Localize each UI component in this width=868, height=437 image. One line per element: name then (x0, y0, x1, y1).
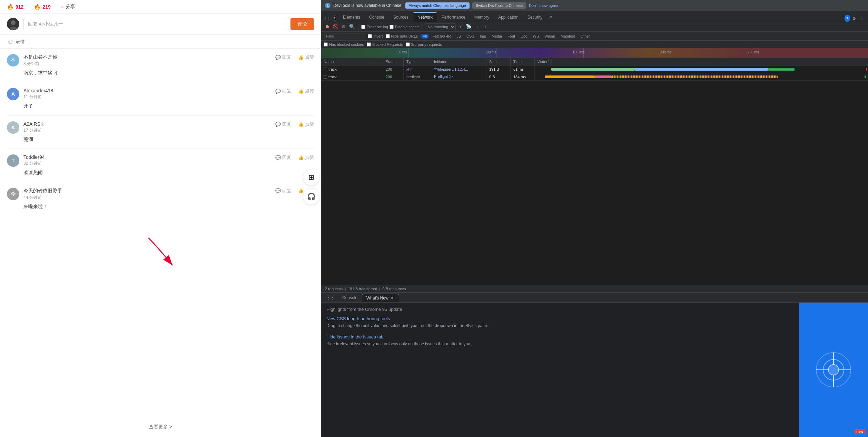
share-item[interactable]: ○ 分享 (61, 4, 75, 10)
tab-memory[interactable]: Memory (470, 13, 493, 22)
blocked-requests-label[interactable]: Blocked Requests (367, 42, 403, 47)
submit-comment-button[interactable]: 评论 (290, 18, 314, 30)
cell-size-2: 0 B (486, 73, 511, 80)
tab-console[interactable]: Console (365, 13, 388, 22)
more-options-button[interactable]: ⋮ (858, 15, 865, 22)
tab-application[interactable]: Application (494, 13, 523, 22)
col-header-initiator[interactable]: Initiator (431, 58, 486, 65)
tab-elements[interactable]: Elements (339, 13, 364, 22)
search-button[interactable]: 🔍 (348, 23, 355, 30)
comment-text-2: 开了 (23, 102, 53, 110)
devtools-tabs: ⬚ 📱 Elements Console Sources Network Per… (321, 11, 868, 22)
reply-btn-5[interactable]: 💬 回复 (275, 188, 291, 194)
cell-name-1: track (321, 65, 383, 73)
reply-btn-1[interactable]: 💬 回复 (275, 54, 291, 60)
filter-wasm[interactable]: Wasm (542, 34, 557, 39)
invert-label[interactable]: Invert (368, 34, 383, 38)
load-more-button[interactable]: 查看更多 > (0, 417, 321, 437)
separator-1 (358, 24, 358, 30)
feature-title-1[interactable]: New CSS length authoring tools (326, 316, 793, 321)
dont-show-again-button[interactable]: Don't show again (529, 3, 558, 8)
network-conditions-icon[interactable]: 📡 (465, 23, 472, 30)
col-header-size[interactable]: Size (486, 58, 511, 65)
filter-js[interactable]: JS (454, 34, 463, 39)
device-mode-button[interactable]: 📱 (331, 15, 338, 22)
comment-actions-3: 💬 回复 👍 点赞 (275, 121, 314, 128)
like-btn-4[interactable]: 👍 点赞 (298, 154, 314, 161)
reply-btn-3[interactable]: 💬 回复 (275, 121, 291, 128)
download-icon[interactable]: ↓ (482, 23, 489, 30)
settings-button[interactable]: ⚙ (851, 15, 858, 22)
filter-input[interactable] (324, 33, 365, 39)
network-row-2[interactable]: track 200 preflight Preflight ⓘ 0 B 184 … (321, 73, 868, 81)
reply-btn-4[interactable]: 💬 回复 (275, 154, 291, 161)
reply-input[interactable]: 回复 @小生凡一 (23, 18, 286, 30)
has-blocked-cookies-checkbox[interactable] (324, 42, 328, 47)
feature-title-2[interactable]: Hide issues in the Issues tab (326, 334, 793, 339)
filter-css[interactable]: CSS (464, 34, 476, 39)
col-header-waterfall[interactable]: Waterfall (535, 58, 868, 65)
filter-media[interactable]: Media (490, 34, 504, 39)
switch-devtools-button[interactable]: Switch DevTools to Chinese (472, 2, 526, 9)
col-header-name[interactable]: Name (321, 58, 383, 65)
row-checkbox-2[interactable] (324, 75, 327, 79)
qr-code-button[interactable]: ⊞ (303, 169, 319, 185)
tl-label-250: 250 ms (748, 50, 759, 54)
filter-manifest[interactable]: Manifest (559, 34, 577, 39)
emoji-face-icon[interactable]: ☺ (7, 38, 14, 45)
cell-time-1: 61 ms (511, 65, 535, 73)
import-export-icon[interactable]: ↑ (474, 23, 481, 30)
comment-text-4: 凑凑热闹 (23, 169, 45, 176)
invert-checkbox[interactable] (368, 34, 372, 38)
disable-cache-label[interactable]: Disable cache (389, 25, 419, 29)
row-checkbox-1[interactable] (324, 68, 327, 71)
cell-time-2: 184 ms (511, 73, 535, 80)
whats-new-close-button[interactable]: × (389, 296, 395, 301)
chrome-notification: i DevTools is now available in Chinese! … (321, 0, 868, 11)
filter-img[interactable]: Img (478, 34, 488, 39)
blocked-requests-checkbox[interactable] (367, 42, 371, 47)
filter-font[interactable]: Font (505, 34, 517, 39)
fire-icon-1: 🔥 (7, 3, 14, 10)
col-header-status[interactable]: Status (383, 58, 404, 65)
tab-performance[interactable]: Performance (437, 13, 470, 22)
tab-security[interactable]: Security (523, 13, 546, 22)
filter-other[interactable]: Other (579, 34, 592, 39)
clear-button[interactable]: 🚫 (332, 23, 339, 30)
filter-ws[interactable]: WS (531, 34, 541, 39)
record-button[interactable]: ⏺ (324, 23, 331, 30)
filter-fetch-xhr[interactable]: Fetch/XHR (430, 34, 453, 39)
match-language-button[interactable]: Always match Chrome's language (405, 2, 470, 9)
tab-console-bottom[interactable]: Console (338, 294, 362, 302)
comment-time-4: 32 分钟前 (23, 161, 45, 166)
throttle-settings-icon[interactable]: ⚡ (457, 23, 464, 30)
col-header-time[interactable]: Time (511, 58, 535, 65)
preserve-log-label[interactable]: Preserve log (361, 25, 388, 29)
throttle-dropdown[interactable]: No throttling (425, 23, 456, 30)
tab-network[interactable]: Network (413, 12, 437, 22)
hide-data-label[interactable]: Hide data URLs (386, 34, 418, 38)
disable-cache-checkbox[interactable] (389, 25, 394, 29)
tab-sources[interactable]: Sources (389, 13, 413, 22)
third-party-checkbox[interactable] (406, 42, 410, 47)
hide-data-checkbox[interactable] (386, 34, 390, 38)
like-btn-1[interactable]: 👍 点赞 (298, 54, 314, 60)
like-btn-2[interactable]: 👍 点赞 (298, 88, 314, 94)
tab-whats-new[interactable]: What's New × (362, 294, 399, 302)
css-length-illustration (813, 349, 854, 390)
network-row-1[interactable]: track 200 xhr ??lib/jquery/1.12.4... 191… (321, 65, 868, 73)
col-header-type[interactable]: Type (404, 58, 431, 65)
preserve-log-checkbox[interactable] (361, 25, 365, 29)
timeline-row: 50 ms 100 ms 150 ms 200 ms 250 ms (321, 48, 868, 58)
filter-all[interactable]: All (421, 34, 429, 39)
more-tabs-button[interactable]: » (547, 13, 555, 22)
filter-doc[interactable]: Doc (519, 34, 530, 39)
inspect-element-button[interactable]: ⬚ (324, 15, 331, 22)
like-btn-3[interactable]: 👍 点赞 (298, 121, 314, 128)
has-blocked-cookies-label[interactable]: Has blocked cookies (324, 42, 364, 47)
headphone-button[interactable]: 🎧 (303, 188, 319, 205)
bottom-panel-drag[interactable]: ⋮⋮ (324, 294, 337, 302)
third-party-label[interactable]: 3rd-party requests (406, 42, 442, 47)
filter-toggle-button[interactable]: ⊟ (340, 23, 347, 30)
reply-btn-2[interactable]: 💬 回复 (275, 88, 291, 94)
